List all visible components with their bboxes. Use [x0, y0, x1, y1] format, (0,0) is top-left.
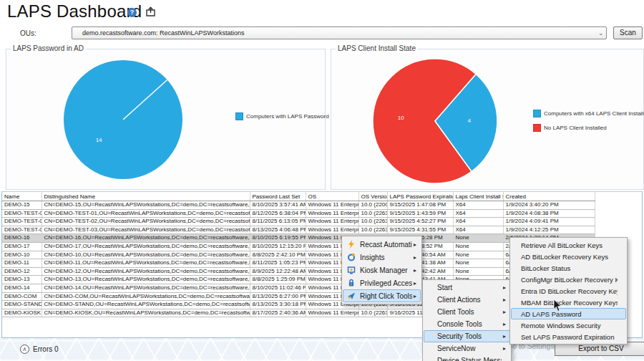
cell-distinguished-name: CN=DEMO-10,OU=RecastWinLAPSWorkstations,… — [42, 251, 250, 259]
menu-item[interactable]: BitLocker Status ▸ — [511, 262, 626, 274]
submenu-arrow-icon: ▸ — [502, 284, 509, 291]
menu-item-kiosk-manager[interactable]: Kiosk Manager▸ — [343, 264, 421, 276]
menu-item[interactable]: AD LAPS Password ▸ — [511, 308, 626, 319]
cell-os: Windows 11 Enterprise — [306, 226, 358, 234]
menu-item[interactable]: Entra ID BitLocker Recovery Keys ▸ — [511, 285, 626, 297]
menu-item-right-click-tools[interactable]: Right Click Tools▸ — [343, 289, 421, 302]
table-row[interactable]: DEMO-TEST-01 CN=DEMO-TEST-01,OU=RecastWi… — [2, 209, 595, 218]
legend-swatch — [533, 124, 541, 132]
cell-created: 1/9/2024 4:08:38 PM — [503, 209, 595, 218]
column-header[interactable]: Name — [2, 192, 42, 201]
cell-laps-expiration: 9/15/2025 4:52:27 PM — [387, 218, 453, 226]
cell-password-last-set: 8/13/2025 4:06:48 PM — [250, 226, 306, 234]
cell-distinguished-name: CN=DEMO-16,OU=RecastWinLAPSWorkstations,… — [42, 234, 250, 243]
svg-text:14: 14 — [96, 137, 102, 143]
mouse-cursor — [553, 299, 562, 312]
menu-item[interactable]: Set LAPS Password Expiration ▸ — [511, 331, 626, 342]
table-row[interactable]: DEMO-16 CN=DEMO-16,OU=RecastWinLAPSWorks… — [2, 234, 595, 243]
cell-name: DEMO-TEST-01 — [2, 209, 42, 218]
table-header-row: NameDistinguished NamePassword Last SetO… — [2, 192, 595, 201]
menu-item[interactable]: Client Tools ▸ — [424, 306, 510, 318]
cell-password-last-set: 8/17/2025 2:40:36 AM — [250, 309, 306, 317]
column-header[interactable]: LAPS Password Expiration — [387, 192, 453, 201]
column-header[interactable]: Created — [503, 192, 595, 201]
menu-item[interactable]: Remote Windows Security ▸ — [511, 319, 626, 331]
cell-password-last-set: 8/8/2025 1:25:09 PM — [250, 276, 306, 284]
menu-item[interactable]: Security Tools ▸ — [424, 330, 510, 342]
table-row[interactable]: DEMO-17 CN=DEMO-17,OU=RecastWinLAPSWorks… — [2, 242, 595, 251]
menu-item[interactable]: Retrieve All BitLocker Keys ▸ — [511, 239, 626, 251]
column-header[interactable]: Distinguished Name — [42, 192, 250, 201]
submenu-arrow-icon: ▸ — [412, 254, 420, 261]
context-menu-recast: Recast Automation▸ Insights▸ Kiosk Manag… — [341, 236, 422, 304]
cell-created: 1/9/2024 4:09:41 PM — [503, 218, 595, 226]
table-row[interactable]: DEMO-10 CN=DEMO-10,OU=RecastWinLAPSWorks… — [2, 251, 595, 259]
submenu-arrow-icon: ▸ — [502, 297, 509, 303]
cell-password-last-set: 8/11/2025 6:13:05 PM — [250, 218, 306, 226]
legend-label: Computers with x64 LAPS Client Installed — [544, 110, 644, 117]
automation-icon — [347, 240, 356, 249]
cell-password-last-set: 8/13/2025 6:27:00 PM — [250, 292, 306, 301]
cell-name: DEMO-14 — [2, 284, 42, 292]
menu-item[interactable]: Start ▸ — [424, 281, 510, 294]
laps-client-chart-panel: LAPS Client Install State 104 Computers … — [331, 49, 644, 190]
column-header[interactable]: Password Last Set — [250, 192, 306, 201]
menu-item-insights[interactable]: Insights▸ — [343, 251, 421, 264]
cell-name: DEMO-COM — [2, 292, 42, 301]
cell-install-state: X64 — [453, 226, 503, 234]
chevron-up-circle-icon[interactable]: ∧ — [20, 345, 29, 354]
cell-os-version: 10.0 (22631) — [358, 209, 387, 218]
legend-item: Computers with x64 LAPS Client Installed — [533, 110, 644, 117]
menu-item-recast-automation[interactable]: Recast Automation▸ — [343, 238, 421, 251]
chart-title: LAPS Password in AD — [11, 44, 86, 52]
menu-item[interactable]: Client Actions ▸ — [424, 294, 510, 306]
table-row[interactable]: DEMO-12 CN=DEMO-12,OU=RecastWinLAPSWorks… — [2, 267, 595, 276]
submenu-security-tools: Retrieve All BitLocker Keys ▸ AD BitLock… — [509, 237, 628, 345]
menu-item[interactable]: Device Status Messages ▸ — [424, 355, 510, 361]
errors-status[interactable]: ∧ Errors 0 — [20, 345, 59, 354]
cell-password-last-set: 8/9/2025 12:22:48 AM — [250, 267, 306, 276]
right-click-tools-icon — [347, 292, 356, 300]
cell-distinguished-name: CN=DEMO-KIOSK,OU=RecastWinLAPSWorkstatio… — [42, 309, 250, 317]
cell-password-last-set: 8/10/2025 11:02:46 PM — [250, 284, 306, 292]
cell-distinguished-name: CN=DEMO-TEST-01,OU=RecastWinLAPSWorkstat… — [42, 209, 250, 218]
cell-password-last-set: 8/10/2025 6:19:55 PM — [250, 234, 306, 243]
table-row[interactable]: DEMO-TEST-03 CN=DEMO-TEST-03,OU=RecastWi… — [2, 226, 595, 234]
menu-item-privileged-access[interactable]: Privileged Access▸ — [343, 276, 421, 289]
errors-label: Errors 0 — [33, 345, 59, 353]
menu-item[interactable]: Console Tools ▸ — [424, 318, 510, 330]
table-row[interactable]: DEMO-11 CN=DEMO-11,OU=RecastWinLAPSWorks… — [2, 259, 595, 268]
cell-password-last-set: 8/10/2025 12:15:20 PM — [250, 242, 306, 251]
cell-password-last-set: 8/11/2025 1:05:23 PM — [250, 259, 306, 268]
submenu-arrow-icon: ▸ — [412, 280, 420, 287]
menu-item[interactable]: AD BitLocker Recovery Keys ▸ — [511, 251, 626, 262]
column-header[interactable]: OS Version — [358, 192, 387, 201]
cell-name: DEMO-STAND — [2, 301, 42, 309]
chevron-down-icon[interactable]: ⌄ — [598, 29, 604, 37]
legend-label: Computers with LAPS Password — [246, 113, 329, 120]
table-row[interactable]: DEMO-TEST-02 CN=DEMO-TEST-02,OU=RecastWi… — [2, 218, 595, 226]
insights-icon — [347, 253, 356, 261]
cell-distinguished-name: CN=DEMO-15,OU=RecastWinLAPSWorkstations,… — [42, 201, 250, 210]
submenu-arrow-icon: ▸ — [502, 333, 509, 340]
ou-select[interactable]: demo.recastsoftware.com: RecastWinLAPSWo… — [72, 27, 607, 39]
open-in-window-icon[interactable] — [145, 6, 156, 17]
legend-item: Computers with LAPS Password — [235, 112, 329, 120]
column-header[interactable]: Laps Client Install State — [453, 192, 503, 201]
chart-legend: Computers with x64 LAPS Client Installed… — [533, 110, 644, 138]
cell-os: Windows 11 Enterprise — [306, 218, 358, 226]
scan-button[interactable]: Scan — [613, 27, 643, 39]
column-header[interactable]: OS — [306, 192, 358, 201]
help-icon[interactable]: ? — [127, 8, 137, 17]
cell-os-version: 10.0 (22631) — [358, 309, 387, 317]
cell-os-version: 10.0 (22631) — [358, 218, 387, 226]
chart-title: LAPS Client Install State — [336, 44, 418, 52]
menu-item[interactable]: MBAM BitLocker Recovery Keys ▸ — [511, 297, 626, 308]
cell-os: Windows 11 Enterprise — [306, 209, 358, 218]
cell-install-state: None — [453, 242, 503, 251]
cell-name: DEMO-TEST-03 — [2, 226, 42, 234]
table-row[interactable]: DEMO-15 CN=DEMO-15,OU=RecastWinLAPSWorks… — [2, 201, 595, 210]
menu-item[interactable]: ConfigMgr BitLocker Recovery Keys ▸ — [511, 274, 626, 285]
menu-item[interactable]: ServiceNow ▸ — [424, 342, 510, 355]
submenu-arrow-icon: ▸ — [502, 321, 509, 327]
